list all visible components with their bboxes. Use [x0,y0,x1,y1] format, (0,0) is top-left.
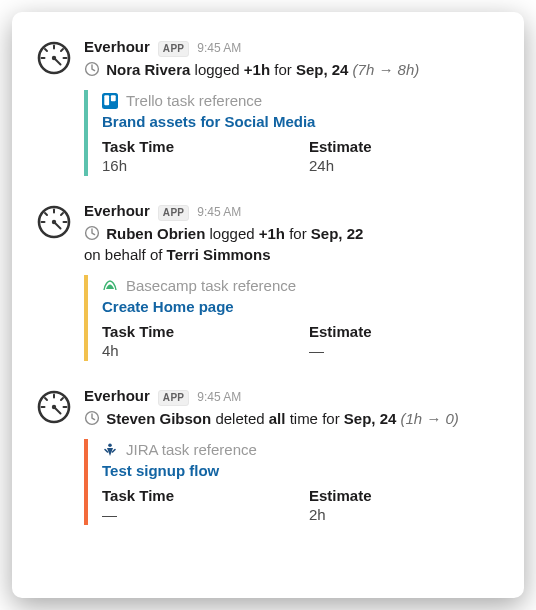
actor-name: Steven Gibson [106,410,211,427]
time-delta: (1h → 0) [401,410,459,427]
gauge-icon [36,204,72,240]
estimate-label: Estimate [309,487,496,504]
amount: all [269,410,286,427]
estimate-label: Estimate [309,138,496,155]
app-avatar[interactable] [36,389,72,425]
trello-icon [102,93,118,109]
estimate-value: 2h [309,506,496,523]
task-time-label: Task Time [102,138,289,155]
task-time-value: — [102,506,289,523]
task-time-value: 4h [102,342,289,359]
svg-line-4 [45,49,47,51]
slack-message-panel: Everhour APP 9:45 AM Nora Rivera logged … [12,12,524,598]
behalf-of: Terri Simmons [167,246,271,263]
svg-rect-11 [111,95,116,101]
app-avatar[interactable] [36,204,72,240]
app-avatar[interactable] [36,40,72,76]
estimate-value: 24h [309,157,496,174]
svg-rect-10 [104,95,109,105]
source-label: Basecamp task reference [126,277,296,294]
svg-line-2 [61,49,63,51]
clock-icon [84,61,100,77]
attachment: Trello task reference Brand assets for S… [84,90,496,176]
svg-line-25 [45,398,47,400]
gauge-icon [36,40,72,76]
estimate-value: — [309,342,496,359]
activity-line: Nora Rivera logged +1h for Sep, 24 (7h →… [84,60,496,80]
message: Everhour APP 9:45 AM Steven Gibson delet… [36,387,496,525]
date: Sep, 24 [344,410,397,427]
time-delta: (7h → 8h) [353,61,420,78]
app-name[interactable]: Everhour [84,202,150,220]
message-time: 9:45 AM [197,205,241,219]
message-time: 9:45 AM [197,41,241,55]
gauge-icon [36,389,72,425]
app-badge: APP [158,41,189,57]
svg-point-19 [52,220,56,224]
date: Sep, 24 [296,61,349,78]
message: Everhour APP 9:45 AM Nora Rivera logged … [36,38,496,176]
svg-point-28 [52,405,56,409]
basecamp-icon [102,277,118,293]
actor-name: Nora Rivera [106,61,190,78]
app-name[interactable]: Everhour [84,387,150,405]
svg-line-14 [61,213,63,215]
clock-icon [84,225,100,241]
source-label: JIRA task reference [126,441,257,458]
app-name[interactable]: Everhour [84,38,150,56]
task-link[interactable]: Create Home page [102,298,234,315]
message-time: 9:45 AM [197,390,241,404]
source-label: Trello task reference [126,92,262,109]
svg-point-30 [108,443,112,447]
app-badge: APP [158,390,189,406]
svg-line-23 [61,398,63,400]
task-link[interactable]: Brand assets for Social Media [102,113,315,130]
message: Everhour APP 9:45 AM Ruben Obrien logged… [36,202,496,361]
jira-icon [102,442,118,458]
svg-line-16 [45,213,47,215]
task-time-value: 16h [102,157,289,174]
attachment: JIRA task reference Test signup flow Tas… [84,439,496,525]
estimate-label: Estimate [309,323,496,340]
clock-icon [84,410,100,426]
task-time-label: Task Time [102,487,289,504]
date: Sep, 22 [311,225,364,242]
app-badge: APP [158,205,189,221]
amount: +1h [244,61,270,78]
task-link[interactable]: Test signup flow [102,462,219,479]
amount: +1h [259,225,285,242]
actor-name: Ruben Obrien [106,225,205,242]
activity-line: Ruben Obrien logged +1h for Sep, 22 on b… [84,224,496,265]
svg-point-7 [52,56,56,60]
activity-line: Steven Gibson deleted all time for Sep, … [84,409,496,429]
attachment: Basecamp task reference Create Home page… [84,275,496,361]
task-time-label: Task Time [102,323,289,340]
